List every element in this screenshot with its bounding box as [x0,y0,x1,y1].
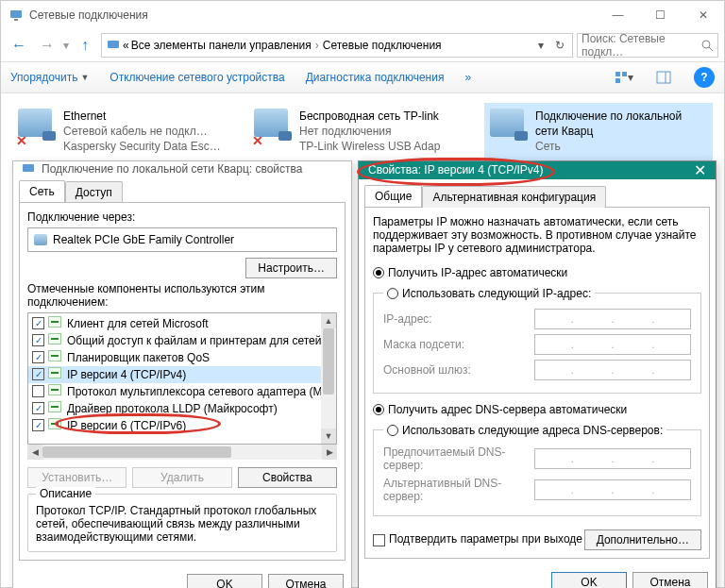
component-label: Общий доступ к файлам и принтерам для се… [67,334,336,347]
breadcrumb-item[interactable]: Все элементы панели управления [131,39,312,52]
ok-button[interactable]: OK [551,572,627,588]
close-button[interactable]: ✕ [694,161,706,179]
component-checkbox[interactable] [32,385,44,397]
organize-menu[interactable]: Упорядочить▼ [10,71,89,84]
component-row[interactable]: ✓Общий доступ к файлам и принтерам для с… [28,332,336,349]
minimize-button[interactable]: — [597,1,639,29]
tab-general[interactable]: Общие [364,185,422,207]
component-row[interactable]: ✓IP версии 4 (TCP/IPv4) [28,366,336,383]
configure-button[interactable]: Настроить… [245,258,337,278]
vertical-scrollbar[interactable]: ▲▼ [321,313,336,444]
gateway-input[interactable]: ... [534,360,691,380]
component-checkbox[interactable]: ✓ [32,368,44,380]
search-placeholder: Поиск: Сетевые подкл… [582,32,697,59]
component-checkbox[interactable]: ✓ [32,334,44,346]
connection-properties-dialog: Подключение по локальной сети Кварц: сво… [12,160,352,588]
protocol-icon [48,384,61,395]
radio-auto-dns[interactable]: Получить адрес DNS-сервера автоматически [373,403,701,416]
svg-rect-7 [615,78,620,83]
protocol-icon [48,333,61,344]
component-checkbox[interactable]: ✓ [32,317,44,329]
breadcrumb[interactable]: « Все элементы панели управления › Сетев… [101,33,573,58]
ipv4-properties-dialog: Свойства: IP версии 4 (TCP/IPv4) ✕ Общие… [358,160,717,588]
component-checkbox[interactable]: ✓ [32,351,44,363]
install-button[interactable]: Установить… [27,467,126,488]
protocol-icon [48,367,61,378]
svg-rect-6 [622,72,627,76]
dns1-input[interactable]: ... [534,448,691,469]
address-bar: ← → ▾ ↑ « Все элементы панели управления… [1,29,724,61]
component-checkbox[interactable]: ✓ [32,419,44,431]
cancel-button[interactable]: Отмена [268,574,344,588]
nav-forward-button[interactable]: → [35,33,59,58]
components-list: ✓Клиент для сетей Microsoft✓Общий доступ… [27,312,337,445]
close-button[interactable]: ✕ [682,1,724,29]
view-options-button[interactable]: ▾ [615,68,633,87]
nav-back-button[interactable]: ← [7,33,31,58]
adapter-name: Realtek PCIe GbE Family Controller [53,233,234,246]
remove-button[interactable]: Удалить [132,467,231,488]
connection-item-ethernet[interactable]: ✕ Ethernet Сетевой кабель не подкл… Kasp… [12,103,241,160]
component-row[interactable]: ✓Драйвер протокола LLDP (Майкрософт) [28,400,336,417]
connection-device: TP-Link Wireless USB Adap [299,139,440,154]
svg-point-3 [702,41,710,48]
properties-button[interactable]: Свойства [238,467,337,488]
radio-auto-ip[interactable]: Получить IP-адрес автоматически [373,266,701,279]
connections-list: ✕ Ethernet Сетевой кабель не подкл… Kasp… [1,93,724,160]
tab-network[interactable]: Сеть [19,180,65,202]
confirm-checkbox[interactable]: Подтвердить параметры при выходе [373,532,582,546]
description-text: Протокол TCP/IP. Стандартный протокол гл… [36,504,329,544]
manual-ip-group: Использовать следующий IP-адрес: IP-адре… [373,287,701,394]
radio-manual-ip[interactable] [387,288,398,299]
horizontal-scrollbar[interactable]: ◀▶ [27,445,337,460]
svg-rect-10 [23,164,34,172]
tab-access[interactable]: Доступ [65,181,123,203]
breadcrumb-item[interactable]: Сетевые подключения [323,39,442,52]
cancel-button[interactable]: Отмена [632,572,708,588]
connection-item-wifi[interactable]: ✕ Беспроводная сеть TP-link Нет подключе… [248,103,477,160]
dialog-title: Подключение по локальной сети Кварц: сво… [42,162,302,176]
help-button[interactable]: ? [694,67,715,88]
adapter-icon [34,234,47,245]
connection-status: Сетевой кабель не подкл… [63,124,221,139]
svg-line-4 [709,47,713,51]
component-row[interactable]: ✓IP версии 6 (TCP/IPv6) [28,417,336,434]
search-input[interactable]: Поиск: Сетевые подкл… [577,33,718,58]
component-row[interactable]: ✓Планировщик пакетов QoS [28,349,336,366]
maximize-button[interactable]: ☐ [639,1,682,29]
more-commands[interactable]: » [464,71,471,84]
intro-text: Параметры IP можно назначать автоматичес… [373,215,701,255]
svg-rect-5 [615,72,620,76]
radio-manual-dns[interactable] [387,425,398,436]
diagnose-button[interactable]: Диагностика подключения [306,71,445,84]
breadcrumb-dropdown[interactable]: ▾ [532,39,549,52]
ip-label: IP-адрес: [383,312,534,326]
component-row[interactable]: ✓Клиент для сетей Microsoft [28,315,336,332]
description-group: Описание Протокол TCP/IP. Стандартный пр… [27,494,337,552]
dns2-label: Альтернативный DNS-сервер: [383,477,534,503]
connect-via-label: Подключение через: [27,210,337,224]
component-label: IP версии 6 (TCP/IPv6) [67,419,186,432]
nav-up-button[interactable]: ↑ [73,33,97,58]
component-row[interactable]: Протокол мультиплексора сетевого адаптер… [28,383,336,400]
disconnected-icon: ✕ [252,133,263,148]
ok-button[interactable]: OK [187,574,262,588]
protocol-icon [48,418,61,429]
component-checkbox[interactable]: ✓ [32,402,44,414]
window-title: Сетевые подключения [29,8,148,22]
connection-item-kvarc[interactable]: Подключение по локальной сети Кварц Сеть [484,103,713,160]
mask-label: Маска подсети: [383,338,534,351]
control-panel-icon [106,38,121,53]
mask-input[interactable]: ... [534,334,691,355]
tab-alternate[interactable]: Альтернативная конфигурация [422,186,606,208]
breadcrumb-root[interactable]: « [123,39,129,52]
gateway-label: Основной шлюз: [383,363,534,377]
dialog-title: Свойства: IP версии 4 (TCP/IPv4) [368,163,544,176]
disable-device-button[interactable]: Отключение сетевого устройства [110,71,284,84]
refresh-button[interactable]: ↻ [551,39,568,52]
ip-input[interactable]: ... [534,309,691,329]
dns2-input[interactable]: ... [534,479,691,500]
advanced-button[interactable]: Дополнительно… [584,529,701,550]
component-label: IP версии 4 (TCP/IPv4) [67,368,186,381]
preview-pane-button[interactable] [654,68,673,87]
